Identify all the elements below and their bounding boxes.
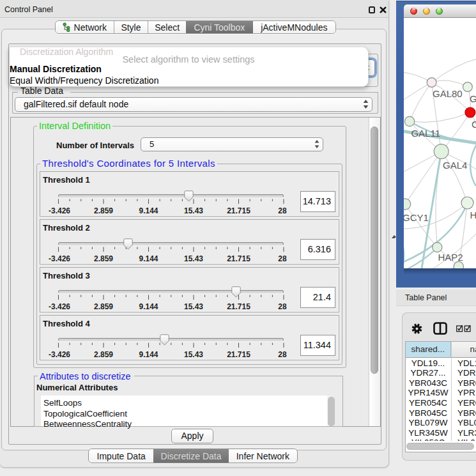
svg-text:GAL4: GAL4 [443,160,467,171]
svg-text:GCY1: GCY1 [404,212,429,223]
svg-text:GAL11: GAL11 [411,128,440,139]
svg-text:HAP2: HAP2 [438,252,463,263]
svg-text:C: C [472,119,476,130]
svg-text:H: H [470,210,476,220]
svg-text:GA: GA [470,93,476,104]
svg-text:GAL80: GAL80 [433,88,463,99]
